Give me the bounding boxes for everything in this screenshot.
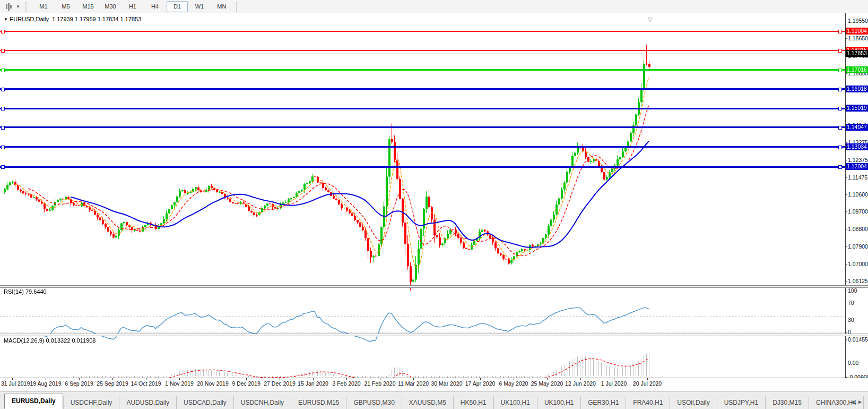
timeframe-button-m1[interactable]: M1	[33, 1, 54, 12]
timeframe-button-m15[interactable]: M15	[77, 1, 99, 12]
line-handle-right[interactable]	[838, 69, 842, 72]
time-axis-label: 30 Mar 2020	[431, 380, 463, 387]
level-price-badge: 1.16018	[846, 86, 868, 92]
chart-surface[interactable]	[0, 27, 845, 391]
axis-tick-label: 1.09700	[848, 208, 868, 215]
timeframe-toolbar: ▼ M1M5M15M30H1H4D1W1MN	[0, 0, 868, 14]
chart-tab-usdcnh-daily[interactable]: USDCNH,Daily	[234, 396, 291, 409]
axis-tick-label: 1.10600	[848, 191, 868, 198]
axis-tick-mark	[845, 291, 847, 291]
horizontal-level-line[interactable]	[0, 108, 845, 109]
chart-tab-gbpusd-m30[interactable]: GBPUSD,M30	[346, 396, 402, 409]
time-axis-label: 25 Sep 2019	[97, 380, 128, 387]
axis-tick-mark	[845, 303, 847, 303]
horizontal-level-line[interactable]	[0, 146, 845, 148]
axis-tick-label: 1.08800	[848, 226, 868, 232]
chart-window: ▼ EURUSD,Daily 1.17939 1.17959 1.17834 1…	[0, 13, 868, 391]
line-handle-left[interactable]	[1, 88, 5, 91]
chart-tab-fra40-h1[interactable]: FRA40,H1	[626, 396, 670, 409]
chart-shift-marker-icon[interactable]: ▽	[648, 16, 652, 22]
horizontal-level-line[interactable]	[0, 31, 845, 32]
level-price-badge: 1.12004	[846, 163, 868, 170]
line-handle-right[interactable]	[838, 88, 842, 91]
line-handle-left[interactable]	[1, 69, 5, 72]
toolbar-grip	[25, 2, 29, 12]
macd-label: MACD(12,26,9) 0.013322 0.011908	[4, 337, 96, 344]
axis-tick-mark	[845, 21, 847, 21]
horizontal-level-line[interactable]	[0, 166, 845, 168]
line-handle-right[interactable]	[838, 30, 842, 33]
time-axis-label: 12 Jun 2020	[565, 380, 596, 387]
axis-tick-mark	[845, 320, 847, 320]
line-handle-right[interactable]	[838, 126, 842, 130]
timeframe-button-w1[interactable]: W1	[189, 1, 210, 12]
chart-tab-usdcad-daily[interactable]: USDCAD,Daily	[177, 396, 234, 409]
timeframe-buttons: M1M5M15M30H1H4D1W1MN	[32, 1, 233, 12]
time-axis-label: 6 May 2020	[499, 380, 528, 387]
panel-separator-rsi[interactable]	[0, 285, 868, 288]
axis-tick-label: 1.12375	[848, 157, 868, 163]
chart-type-icon[interactable]	[2, 2, 15, 12]
chart-tab-eurusd-daily[interactable]: EURUSD,Daily	[4, 394, 63, 409]
horizontal-level-line[interactable]	[0, 50, 845, 51]
line-handle-right[interactable]	[838, 107, 842, 110]
chart-tab-uk100-h1[interactable]: UK100,H1	[537, 396, 581, 409]
line-handle-left[interactable]	[1, 126, 5, 130]
chart-tab-uk100-h1[interactable]: UK100,H1	[494, 396, 537, 409]
horizontal-level-line[interactable]	[0, 69, 845, 71]
line-handle-left[interactable]	[1, 165, 5, 169]
level-price-badge: 1.15019	[846, 105, 868, 112]
chart-tab-dj30-m15[interactable]: DJ30,M15	[766, 396, 809, 409]
line-handle-right[interactable]	[838, 165, 842, 169]
line-handle-left[interactable]	[1, 146, 5, 149]
panel-separator-macd[interactable]	[0, 334, 868, 336]
timeframe-button-mn[interactable]: MN	[211, 1, 232, 12]
axis-tick-label: 0.00	[848, 360, 858, 366]
chart-title: ▼ EURUSD,Daily 1.17939 1.17959 1.17834 1…	[4, 16, 141, 22]
axis-tick-mark	[845, 363, 847, 363]
time-axis-label: 17 Apr 2020	[465, 380, 496, 387]
time-axis-label: 20 Nov 2019	[197, 380, 229, 387]
axis-tick-label: 70	[848, 300, 854, 306]
time-axis-label: 3 Feb 2020	[332, 380, 360, 387]
line-handle-left[interactable]	[1, 30, 5, 33]
chart-tab-eurusd-m15[interactable]: EURUSD,M15	[291, 396, 346, 409]
time-axis-label: 1 Nov 2019	[165, 380, 194, 387]
line-handle-left[interactable]	[1, 107, 5, 110]
chart-tab-hk50-h1[interactable]: HK50,H1	[454, 396, 494, 409]
time-axis-label: 31 Jul 2019	[1, 380, 30, 387]
chevron-down-icon[interactable]: ▼	[16, 4, 20, 9]
timeframe-button-h4[interactable]: H4	[144, 1, 166, 12]
chart-tab-audusd-daily[interactable]: AUDUSD,Daily	[119, 396, 177, 409]
horizontal-level-line[interactable]	[0, 126, 845, 128]
tab-scroll-right-icon[interactable]: ►	[857, 399, 865, 405]
mt4-terminal: ▼ M1M5M15M30H1H4D1W1MN ▼ EURUSD,Daily 1.…	[0, 0, 868, 409]
chart-tab-usdchf-daily[interactable]: USDCHF,Daily	[63, 396, 120, 409]
level-price-badge: 1.13034	[846, 143, 868, 150]
tab-scroll-left-icon[interactable]: ◄	[850, 399, 857, 405]
timeframe-button-h1[interactable]: H1	[122, 1, 143, 12]
horizontal-level-line[interactable]	[0, 88, 845, 90]
rsi-value: 79.6440	[25, 288, 47, 295]
line-handle-left[interactable]	[1, 49, 5, 53]
chart-tab-usdjpy-h1[interactable]: USDJPY,H1	[717, 396, 766, 409]
level-price-badge: 1.17016	[846, 66, 868, 73]
axis-tick-label: 1.11475	[848, 174, 867, 181]
axis-tick-label: 1.18650	[848, 35, 868, 41]
chart-tab-ger30-h1[interactable]: GER30,H1	[581, 396, 626, 409]
timeframe-button-m5[interactable]: M5	[55, 1, 76, 12]
timeframe-button-d1[interactable]: D1	[167, 1, 188, 12]
axis-tick-mark	[845, 194, 847, 195]
axis-tick-label: 1.07000	[848, 261, 868, 267]
chart-title-text: EURUSD,Daily 1.17939 1.17959 1.17834 1.1…	[10, 16, 141, 22]
axis-tick-mark	[845, 73, 847, 74]
line-handle-right[interactable]	[838, 49, 842, 53]
chart-tab-xauusd-m5[interactable]: XAUUSD,M5	[402, 396, 454, 409]
timeframe-button-m30[interactable]: M30	[100, 1, 121, 12]
symbol-dropdown-icon[interactable]: ▼	[4, 17, 8, 22]
line-handle-right[interactable]	[838, 146, 842, 149]
time-axis: 31 Jul 201919 Aug 20196 Sep 201925 Sep 2…	[0, 378, 868, 391]
macd-values: 0.013322 0.011908	[46, 337, 96, 344]
chart-tab-usoil-daily[interactable]: USOil,Daily	[670, 396, 717, 409]
axis-tick-mark	[845, 142, 847, 143]
